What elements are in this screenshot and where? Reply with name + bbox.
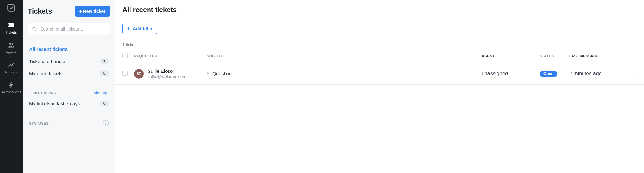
table-row[interactable]: SE Sullie Eloso sullie@wpforms.com Quest… (115, 63, 644, 85)
count-pill: 1 (100, 58, 109, 64)
section-ticket-views: TICKET VIEWS (29, 91, 56, 95)
add-filter-button[interactable]: Add filter (122, 24, 157, 34)
plus-icon (126, 26, 131, 31)
svg-rect-0 (8, 5, 15, 11)
app-rail: Tickets Agents Reports Automations (0, 0, 23, 173)
view-last-7-days[interactable]: My tickets in last 7 days 0 (28, 97, 110, 110)
nav-label: All recent tickets (29, 46, 68, 52)
manage-views-link[interactable]: Manage (93, 91, 109, 95)
rail-label-agents: Agents (6, 50, 17, 54)
new-ticket-button[interactable]: + New ticket (75, 6, 110, 17)
main: All recent tickets Add filter 1 ticket R… (115, 0, 644, 173)
subject-text: Question (212, 71, 232, 76)
rail-label-automations: Automations (1, 90, 21, 94)
search-input[interactable] (28, 23, 110, 35)
nav-label: Tickets to handle (29, 59, 65, 64)
rail-item-automations[interactable]: Automations (0, 78, 23, 98)
last-message-cell: 2 minutes ago (569, 71, 627, 77)
rail-label-tickets: Tickets (6, 30, 17, 34)
agent-cell: unassigned (482, 71, 540, 77)
result-count: 1 ticket (115, 39, 644, 49)
row-checkbox[interactable] (122, 71, 128, 76)
col-requester: REQUESTER (134, 54, 207, 58)
nav-all-recent[interactable]: All recent tickets (28, 43, 110, 55)
status-dot (207, 72, 209, 75)
page-title: All recent tickets (122, 6, 637, 14)
section-statuses: STATUSES (29, 121, 49, 125)
count-pill: 0 (100, 101, 109, 106)
info-icon[interactable]: i (103, 120, 109, 126)
col-subject: SUBJECT (207, 54, 482, 58)
nav-label: My tickets in last 7 days (29, 101, 80, 106)
svg-point-2 (12, 43, 14, 45)
col-status: STATUS (540, 54, 569, 58)
col-last-message: LAST MESSAGE (569, 54, 627, 58)
search-icon (32, 26, 37, 32)
rail-item-agents[interactable]: Agents (0, 38, 23, 58)
svg-point-3 (33, 27, 35, 30)
sidebar: Tickets + New ticket All recent tickets … (23, 0, 115, 173)
rail-item-reports[interactable]: Reports (0, 58, 23, 78)
avatar: SE (134, 69, 144, 79)
svg-point-6 (635, 72, 636, 73)
sidebar-title: Tickets (28, 7, 52, 15)
select-all-checkbox[interactable] (122, 53, 128, 58)
svg-point-4 (632, 72, 633, 73)
status-badge: Open (540, 71, 557, 77)
app-logo (7, 3, 16, 12)
count-pill: 0 (100, 71, 109, 76)
nav-to-handle[interactable]: Tickets to handle 1 (28, 55, 110, 67)
svg-point-5 (634, 72, 635, 73)
row-actions-icon[interactable] (627, 70, 637, 77)
nav-label: My open tickets (29, 71, 62, 76)
rail-label-reports: Reports (5, 70, 18, 74)
svg-point-1 (9, 43, 11, 45)
col-agent: AGENT (482, 54, 540, 58)
rail-item-tickets[interactable]: Tickets (0, 18, 23, 38)
nav-my-open[interactable]: My open tickets 0 (28, 67, 110, 80)
table-header: REQUESTER SUBJECT AGENT STATUS LAST MESS… (115, 49, 644, 63)
requester-name: Sullie Eloso (148, 68, 186, 74)
requester-email: sullie@wpforms.com (148, 74, 186, 79)
add-filter-label: Add filter (133, 26, 152, 31)
